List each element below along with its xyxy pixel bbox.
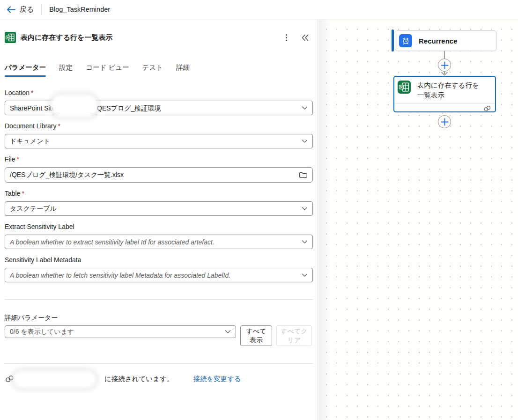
advanced-parameters-value: 0/6 を表示しています <box>10 328 74 336</box>
table-value: タスクテーブル <box>10 205 57 213</box>
tab-bar: パラメーター 設定 コード ビュー テスト 詳細 <box>5 63 313 77</box>
extract-sensitivity-label-dropdown[interactable]: A boolean whether to extract sensitivity… <box>5 235 313 249</box>
back-arrow-icon <box>7 6 16 13</box>
field-file: File* /QESブログ_検証環境/タスク一覧.xlsx <box>5 155 313 183</box>
folder-icon[interactable] <box>295 171 308 179</box>
collapse-panel-icon[interactable] <box>301 34 309 42</box>
field-extract-sensitivity-label-label: Extract Sensitivity Label <box>5 223 313 230</box>
location-dropdown[interactable]: SharePoint Site - QESブログ_検証環境 <box>5 101 313 115</box>
field-file-label: File* <box>5 155 313 163</box>
field-sensitivity-label-metadata-label: Sensitivity Label Metadata <box>5 256 313 264</box>
chevron-down-icon[interactable] <box>298 139 308 143</box>
topbar-divider <box>41 4 42 15</box>
chevron-down-icon[interactable] <box>298 206 308 211</box>
insert-action-button[interactable] <box>438 59 451 72</box>
more-options-icon[interactable] <box>284 32 289 43</box>
clear-all-button[interactable]: すべてクリア <box>276 325 312 346</box>
chevron-down-icon[interactable] <box>298 240 308 244</box>
required-marker: * <box>17 155 19 163</box>
top-bar: 戻る Blog_TaskReminder <box>0 0 518 19</box>
recurrence-accent-bar <box>392 29 394 52</box>
tab-settings[interactable]: 設定 <box>59 63 73 77</box>
advanced-parameters-label: 詳細パラメーター <box>5 314 313 322</box>
required-marker: * <box>22 190 24 197</box>
required-marker: * <box>58 122 60 130</box>
connector-arrow-icon <box>441 72 448 76</box>
field-table: Table* タスクテーブル <box>5 190 313 216</box>
field-table-label: Table* <box>5 190 313 197</box>
location-value-suffix: QESブログ_検証環境 <box>97 101 161 116</box>
chevron-down-icon[interactable] <box>298 106 308 110</box>
section-divider <box>4 363 313 364</box>
field-document-library-label: Document Library* <box>5 122 313 130</box>
redacted-blur <box>13 370 96 388</box>
connection-row: に接続されています。 接続を変更する <box>5 375 313 383</box>
recurrence-label: Recurrence <box>419 37 458 45</box>
flow-canvas[interactable]: Recurrence 表内に存在する行を一覧表示 <box>318 19 518 420</box>
insert-action-button[interactable] <box>438 115 451 128</box>
advanced-parameters-dropdown[interactable]: 0/6 を表示しています <box>5 325 236 338</box>
chevron-down-icon[interactable] <box>221 330 231 334</box>
recurrence-node[interactable]: Recurrence <box>395 30 496 51</box>
plus-icon <box>441 118 449 126</box>
file-input[interactable]: /QESブログ_検証環境/タスク一覧.xlsx <box>5 167 313 183</box>
recurrence-icon <box>399 34 412 47</box>
redacted-blur <box>51 94 98 118</box>
back-button[interactable]: 戻る <box>7 5 34 14</box>
link-icon <box>483 105 491 112</box>
file-value: /QESブログ_検証環境/タスク一覧.xlsx <box>10 171 124 179</box>
excel-list-rows-node[interactable]: 表内に存在する行を一覧表示 <box>393 76 496 112</box>
extract-sensitivity-label-placeholder: A boolean whether to extract sensitivity… <box>10 238 215 246</box>
required-marker: * <box>31 89 33 96</box>
connection-status-text: に接続されています。 <box>104 375 173 383</box>
action-config-panel: 表内に存在する行を一覧表示 パラメーター 設定 コード ビュー テスト 詳細 L… <box>0 19 318 420</box>
tab-test[interactable]: テスト <box>142 63 163 77</box>
connector-line <box>444 51 445 59</box>
field-extract-sensitivity-label: Extract Sensitivity Label A boolean whet… <box>5 223 313 249</box>
excel-node-title: 表内に存在する行を一覧表示 <box>417 81 483 100</box>
excel-icon <box>398 81 411 94</box>
excel-icon <box>5 32 16 43</box>
tab-parameters[interactable]: パラメーター <box>5 63 46 77</box>
action-title: 表内に存在する行を一覧表示 <box>21 33 112 42</box>
tab-details[interactable]: 詳細 <box>176 63 190 77</box>
action-header: 表内に存在する行を一覧表示 <box>5 31 313 44</box>
field-location-label: Location* <box>5 89 313 96</box>
sensitivity-label-metadata-placeholder: A boolean whether to fetch sensitivity l… <box>10 272 230 279</box>
document-library-dropdown[interactable]: ドキュメント <box>5 134 313 148</box>
flow-title: Blog_TaskReminder <box>49 6 110 13</box>
parameters-form: Location* SharePoint Site - QESブログ_検証環境 … <box>5 89 313 282</box>
field-location: Location* SharePoint Site - QESブログ_検証環境 <box>5 89 313 115</box>
plus-icon <box>441 61 449 69</box>
back-label: 戻る <box>20 5 34 14</box>
advanced-parameters-row: 0/6 を表示しています すべて表示 すべてクリア <box>5 325 313 346</box>
tab-code-view[interactable]: コード ビュー <box>86 63 129 77</box>
field-sensitivity-label-metadata: Sensitivity Label Metadata A boolean whe… <box>5 256 313 282</box>
panel-shadow <box>318 19 329 420</box>
chevron-down-icon[interactable] <box>298 273 308 277</box>
field-document-library: Document Library* ドキュメント <box>5 122 313 148</box>
document-library-value: ドキュメント <box>10 137 50 146</box>
change-connection-link[interactable]: 接続を変更する <box>193 375 241 383</box>
section-divider <box>5 299 313 300</box>
table-dropdown[interactable]: タスクテーブル <box>5 201 313 216</box>
sensitivity-label-metadata-dropdown[interactable]: A boolean whether to fetch sensitivity l… <box>5 268 313 282</box>
show-all-button[interactable]: すべて表示 <box>240 325 272 346</box>
